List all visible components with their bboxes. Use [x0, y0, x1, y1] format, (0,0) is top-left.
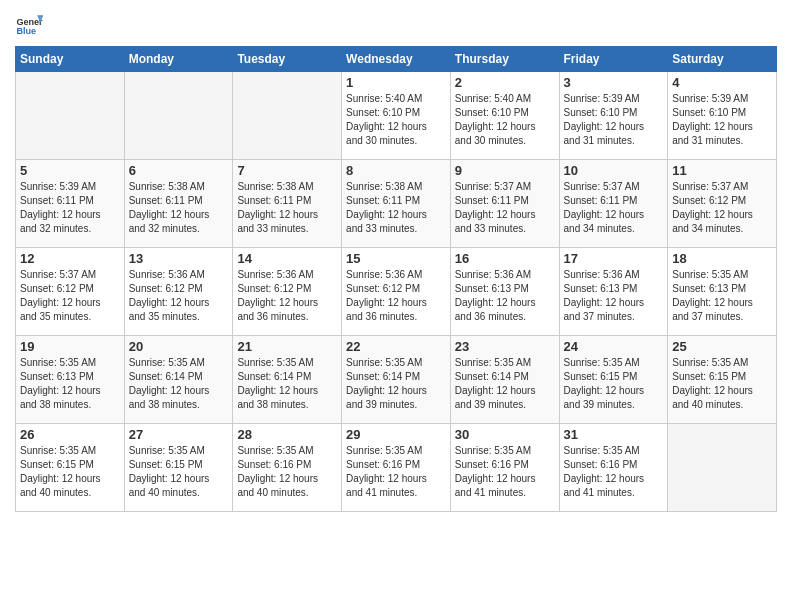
calendar-cell: 31Sunrise: 5:35 AMSunset: 6:16 PMDayligh… [559, 424, 668, 512]
day-number: 12 [20, 251, 120, 266]
calendar-cell: 22Sunrise: 5:35 AMSunset: 6:14 PMDayligh… [342, 336, 451, 424]
day-number: 24 [564, 339, 664, 354]
calendar-cell: 20Sunrise: 5:35 AMSunset: 6:14 PMDayligh… [124, 336, 233, 424]
calendar-cell: 28Sunrise: 5:35 AMSunset: 6:16 PMDayligh… [233, 424, 342, 512]
calendar-week-2: 5Sunrise: 5:39 AMSunset: 6:11 PMDaylight… [16, 160, 777, 248]
day-number: 3 [564, 75, 664, 90]
day-number: 7 [237, 163, 337, 178]
day-number: 20 [129, 339, 229, 354]
cell-info: Sunrise: 5:37 AMSunset: 6:12 PMDaylight:… [20, 268, 120, 324]
cell-info: Sunrise: 5:35 AMSunset: 6:14 PMDaylight:… [455, 356, 555, 412]
day-number: 18 [672, 251, 772, 266]
calendar-week-1: 1Sunrise: 5:40 AMSunset: 6:10 PMDaylight… [16, 72, 777, 160]
day-number: 4 [672, 75, 772, 90]
col-header-thursday: Thursday [450, 47, 559, 72]
col-header-wednesday: Wednesday [342, 47, 451, 72]
col-header-tuesday: Tuesday [233, 47, 342, 72]
calendar-cell: 27Sunrise: 5:35 AMSunset: 6:15 PMDayligh… [124, 424, 233, 512]
calendar-cell: 15Sunrise: 5:36 AMSunset: 6:12 PMDayligh… [342, 248, 451, 336]
page-header: General Blue [15, 10, 777, 38]
day-number: 21 [237, 339, 337, 354]
calendar-cell: 13Sunrise: 5:36 AMSunset: 6:12 PMDayligh… [124, 248, 233, 336]
cell-info: Sunrise: 5:35 AMSunset: 6:15 PMDaylight:… [564, 356, 664, 412]
cell-info: Sunrise: 5:35 AMSunset: 6:14 PMDaylight:… [346, 356, 446, 412]
calendar-cell: 8Sunrise: 5:38 AMSunset: 6:11 PMDaylight… [342, 160, 451, 248]
day-number: 1 [346, 75, 446, 90]
calendar-cell: 4Sunrise: 5:39 AMSunset: 6:10 PMDaylight… [668, 72, 777, 160]
day-number: 6 [129, 163, 229, 178]
day-number: 8 [346, 163, 446, 178]
cell-info: Sunrise: 5:35 AMSunset: 6:14 PMDaylight:… [129, 356, 229, 412]
cell-info: Sunrise: 5:36 AMSunset: 6:13 PMDaylight:… [564, 268, 664, 324]
day-number: 5 [20, 163, 120, 178]
day-number: 19 [20, 339, 120, 354]
day-number: 2 [455, 75, 555, 90]
calendar-table: SundayMondayTuesdayWednesdayThursdayFrid… [15, 46, 777, 512]
day-number: 29 [346, 427, 446, 442]
calendar-cell: 29Sunrise: 5:35 AMSunset: 6:16 PMDayligh… [342, 424, 451, 512]
day-number: 30 [455, 427, 555, 442]
calendar-cell: 30Sunrise: 5:35 AMSunset: 6:16 PMDayligh… [450, 424, 559, 512]
day-number: 13 [129, 251, 229, 266]
calendar-week-3: 12Sunrise: 5:37 AMSunset: 6:12 PMDayligh… [16, 248, 777, 336]
calendar-cell: 24Sunrise: 5:35 AMSunset: 6:15 PMDayligh… [559, 336, 668, 424]
svg-text:Blue: Blue [16, 26, 36, 36]
day-number: 31 [564, 427, 664, 442]
calendar-cell: 18Sunrise: 5:35 AMSunset: 6:13 PMDayligh… [668, 248, 777, 336]
cell-info: Sunrise: 5:37 AMSunset: 6:11 PMDaylight:… [455, 180, 555, 236]
calendar-cell [16, 72, 125, 160]
col-header-friday: Friday [559, 47, 668, 72]
day-number: 28 [237, 427, 337, 442]
cell-info: Sunrise: 5:36 AMSunset: 6:12 PMDaylight:… [237, 268, 337, 324]
cell-info: Sunrise: 5:36 AMSunset: 6:12 PMDaylight:… [129, 268, 229, 324]
cell-info: Sunrise: 5:35 AMSunset: 6:13 PMDaylight:… [672, 268, 772, 324]
calendar-cell: 11Sunrise: 5:37 AMSunset: 6:12 PMDayligh… [668, 160, 777, 248]
day-number: 23 [455, 339, 555, 354]
calendar-cell: 9Sunrise: 5:37 AMSunset: 6:11 PMDaylight… [450, 160, 559, 248]
day-number: 17 [564, 251, 664, 266]
calendar-cell: 1Sunrise: 5:40 AMSunset: 6:10 PMDaylight… [342, 72, 451, 160]
cell-info: Sunrise: 5:35 AMSunset: 6:16 PMDaylight:… [564, 444, 664, 500]
cell-info: Sunrise: 5:38 AMSunset: 6:11 PMDaylight:… [346, 180, 446, 236]
cell-info: Sunrise: 5:35 AMSunset: 6:15 PMDaylight:… [672, 356, 772, 412]
cell-info: Sunrise: 5:35 AMSunset: 6:15 PMDaylight:… [129, 444, 229, 500]
cell-info: Sunrise: 5:38 AMSunset: 6:11 PMDaylight:… [237, 180, 337, 236]
day-number: 26 [20, 427, 120, 442]
calendar-cell: 19Sunrise: 5:35 AMSunset: 6:13 PMDayligh… [16, 336, 125, 424]
col-header-monday: Monday [124, 47, 233, 72]
calendar-cell: 2Sunrise: 5:40 AMSunset: 6:10 PMDaylight… [450, 72, 559, 160]
logo: General Blue [15, 10, 47, 38]
day-number: 15 [346, 251, 446, 266]
day-number: 14 [237, 251, 337, 266]
calendar-cell: 6Sunrise: 5:38 AMSunset: 6:11 PMDaylight… [124, 160, 233, 248]
cell-info: Sunrise: 5:37 AMSunset: 6:12 PMDaylight:… [672, 180, 772, 236]
cell-info: Sunrise: 5:37 AMSunset: 6:11 PMDaylight:… [564, 180, 664, 236]
cell-info: Sunrise: 5:39 AMSunset: 6:10 PMDaylight:… [564, 92, 664, 148]
col-header-saturday: Saturday [668, 47, 777, 72]
cell-info: Sunrise: 5:36 AMSunset: 6:12 PMDaylight:… [346, 268, 446, 324]
calendar-cell: 23Sunrise: 5:35 AMSunset: 6:14 PMDayligh… [450, 336, 559, 424]
logo-icon: General Blue [15, 10, 43, 38]
day-number: 22 [346, 339, 446, 354]
calendar-cell: 26Sunrise: 5:35 AMSunset: 6:15 PMDayligh… [16, 424, 125, 512]
calendar-cell: 14Sunrise: 5:36 AMSunset: 6:12 PMDayligh… [233, 248, 342, 336]
day-number: 16 [455, 251, 555, 266]
calendar-cell: 12Sunrise: 5:37 AMSunset: 6:12 PMDayligh… [16, 248, 125, 336]
day-number: 10 [564, 163, 664, 178]
calendar-cell: 16Sunrise: 5:36 AMSunset: 6:13 PMDayligh… [450, 248, 559, 336]
day-number: 11 [672, 163, 772, 178]
calendar-cell: 5Sunrise: 5:39 AMSunset: 6:11 PMDaylight… [16, 160, 125, 248]
cell-info: Sunrise: 5:35 AMSunset: 6:16 PMDaylight:… [237, 444, 337, 500]
day-number: 27 [129, 427, 229, 442]
cell-info: Sunrise: 5:35 AMSunset: 6:16 PMDaylight:… [455, 444, 555, 500]
calendar-cell: 7Sunrise: 5:38 AMSunset: 6:11 PMDaylight… [233, 160, 342, 248]
cell-info: Sunrise: 5:40 AMSunset: 6:10 PMDaylight:… [346, 92, 446, 148]
cell-info: Sunrise: 5:35 AMSunset: 6:16 PMDaylight:… [346, 444, 446, 500]
calendar-cell: 3Sunrise: 5:39 AMSunset: 6:10 PMDaylight… [559, 72, 668, 160]
cell-info: Sunrise: 5:38 AMSunset: 6:11 PMDaylight:… [129, 180, 229, 236]
calendar-cell [124, 72, 233, 160]
cell-info: Sunrise: 5:35 AMSunset: 6:13 PMDaylight:… [20, 356, 120, 412]
calendar-week-4: 19Sunrise: 5:35 AMSunset: 6:13 PMDayligh… [16, 336, 777, 424]
calendar-cell [668, 424, 777, 512]
calendar-header-row: SundayMondayTuesdayWednesdayThursdayFrid… [16, 47, 777, 72]
